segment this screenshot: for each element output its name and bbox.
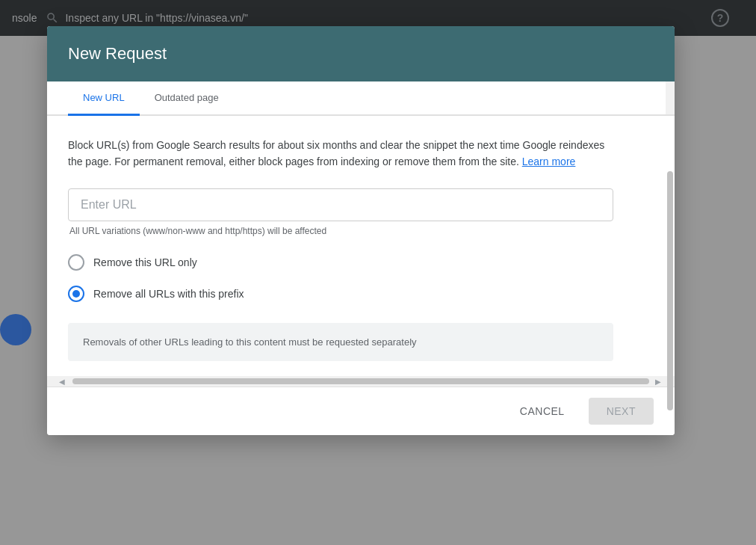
radio-outer-url-only[interactable] [68,254,84,271]
scroll-left-arrow[interactable]: ◀ [59,378,66,385]
cancel-button[interactable]: CANCEL [505,398,580,425]
radio-group: Remove this URL only Remove all URLs wit… [68,254,630,302]
radio-label-prefix: Remove all URLs with this prefix [93,288,244,300]
radio-inner-prefix [72,290,80,298]
radio-outer-prefix[interactable] [68,286,84,302]
radio-item-url-only[interactable]: Remove this URL only [68,254,630,271]
url-input-container[interactable] [68,188,613,221]
url-input[interactable] [81,198,601,212]
modal-body: Block URL(s) from Google Search results … [47,116,675,376]
url-helper-text: All URL variations (www/non-www and http… [68,226,630,236]
radio-label-url-only: Remove this URL only [93,256,197,268]
modal-footer: CANCEL NEXT [47,387,675,435]
modal-header: New Request [47,26,675,81]
vertical-scrollbar-track[interactable] [666,81,675,114]
next-button[interactable]: NEXT [589,398,654,425]
learn-more-link[interactable]: Learn more [522,156,576,167]
info-box: Removals of other URLs leading to this c… [68,323,613,362]
scroll-right-arrow[interactable]: ▶ [655,378,663,385]
info-box-text: Removals of other URLs leading to this c… [83,335,598,350]
radio-item-prefix[interactable]: Remove all URLs with this prefix [68,286,630,302]
tab-outdated-page[interactable]: Outdated page [140,81,234,116]
tab-new-url[interactable]: New URL [68,81,140,116]
modal-description: Block URL(s) from Google Search results … [68,137,606,170]
modal-tab-bar: New URL Outdated page [47,81,675,116]
new-request-dialog: New Request New URL Outdated page Block … [47,26,675,435]
horizontal-scrollbar-track[interactable] [72,378,649,384]
modal-title: New Request [68,44,654,64]
horizontal-scrollbar[interactable]: ◀ ▶ [47,376,675,387]
